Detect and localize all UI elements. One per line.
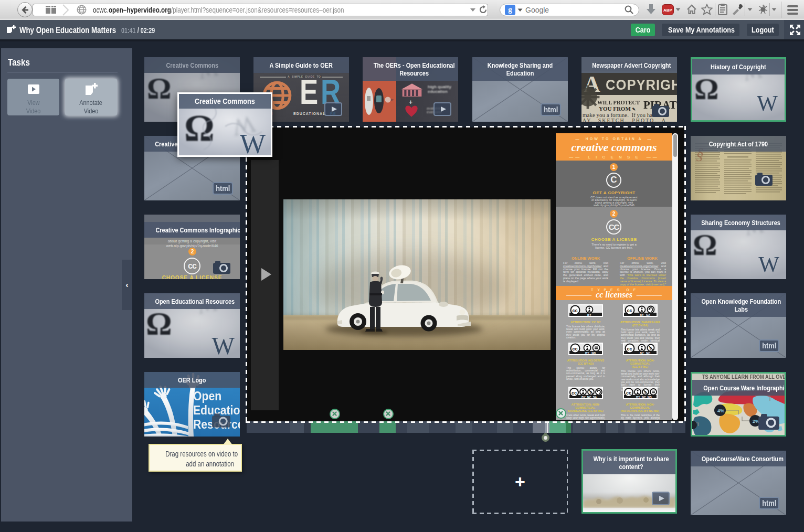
svg-text:4%: 4% — [717, 408, 724, 413]
svg-text:cc: cc — [572, 390, 577, 396]
svg-text:BY ND: BY ND — [585, 352, 596, 355]
svg-text:BY SA: BY SA — [640, 313, 650, 316]
svg-text:cc: cc — [573, 308, 578, 313]
svg-text:cc: cc — [626, 390, 631, 396]
svg-text:cc: cc — [627, 308, 632, 313]
svg-text:BY NC ND: BY NC ND — [636, 396, 652, 399]
svg-text:BY: BY — [587, 313, 591, 316]
svg-text:BY NC SA: BY NC SA — [581, 396, 597, 399]
svg-text:cc: cc — [627, 346, 632, 352]
svg-text:cc: cc — [573, 346, 578, 352]
svg-text:BY NC: BY NC — [640, 352, 650, 355]
